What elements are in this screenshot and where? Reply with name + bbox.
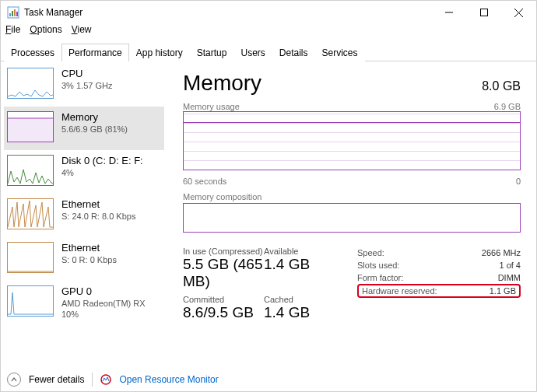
speed-value: 2666 MHz xyxy=(482,248,521,257)
footer: Fewer details Open Resource Monitor xyxy=(1,368,536,391)
svg-rect-9 xyxy=(8,118,53,142)
svg-rect-2 xyxy=(12,11,13,16)
tab-bar: Processes Performance App history Startu… xyxy=(1,43,536,61)
minimize-button[interactable] xyxy=(431,1,466,24)
menu-file[interactable]: File xyxy=(5,24,20,40)
memory-usage-chart xyxy=(183,111,521,170)
content-area: CPU 3% 1.57 GHz Memory 5.6/6.9 GB (81%) … xyxy=(1,61,536,368)
main-header: Memory 8.0 GB xyxy=(183,71,521,96)
tab-users[interactable]: Users xyxy=(233,44,272,61)
sidebar-info: CPU 3% 1.57 GHz xyxy=(61,68,112,90)
sidebar-info: Ethernet S: 0 R: 0 Kbps xyxy=(61,242,117,264)
speed-label: Speed: xyxy=(357,248,482,257)
form-factor-value: DIMM xyxy=(498,273,521,282)
composition-label: Memory composition xyxy=(183,192,261,201)
cpu-sparkline xyxy=(7,68,54,99)
svg-rect-1 xyxy=(9,13,11,16)
available-value: 1.4 GB xyxy=(264,256,345,273)
menu-options[interactable]: Options xyxy=(30,24,61,40)
sidebar-sub: 3% 1.57 GHz xyxy=(61,81,112,90)
sidebar-title: Ethernet xyxy=(61,242,117,254)
stats-right: Speed: 2666 MHz Slots used: 1 of 4 Form … xyxy=(357,247,521,326)
sidebar-info: Memory 5.6/6.9 GB (81%) xyxy=(61,111,128,134)
sidebar-item-cpu[interactable]: CPU 3% 1.57 GHz xyxy=(4,63,164,107)
fewer-details-link[interactable]: Fewer details xyxy=(29,374,84,385)
svg-rect-6 xyxy=(480,9,487,16)
sidebar-title: Disk 0 (C: D: E: F: xyxy=(61,155,143,166)
cached-value: 1.4 GB xyxy=(264,304,345,321)
sidebar-item-memory[interactable]: Memory 5.6/6.9 GB (81%) xyxy=(4,107,164,150)
open-resource-monitor-link[interactable]: Open Resource Monitor xyxy=(119,374,218,385)
available-label: Available xyxy=(264,247,345,256)
hardware-reserved-highlight: Hardware reserved: 1.1 GB xyxy=(357,284,521,298)
stats-left: In use (Compressed) 5.5 GB (465 MB) Avai… xyxy=(183,247,345,326)
form-factor-label: Form factor: xyxy=(357,273,498,282)
sidebar-sub: 4% xyxy=(61,168,143,177)
ethernet-sparkline xyxy=(7,242,54,273)
sidebar-info: Ethernet S: 24.0 R: 8.0 Kbps xyxy=(61,198,135,221)
in-use-label: In use (Compressed) xyxy=(183,247,264,256)
sidebar-title: Memory xyxy=(61,111,128,123)
time-left: 60 seconds xyxy=(183,177,226,186)
total-memory: 8.0 GB xyxy=(482,79,521,93)
time-axis: 60 seconds 0 xyxy=(183,177,521,186)
sidebar-sub: 5.6/6.9 GB (81%) xyxy=(61,124,128,134)
usage-max: 6.9 GB xyxy=(494,102,521,111)
usage-label: Memory usage xyxy=(183,102,240,111)
hw-reserved-label: Hardware reserved: xyxy=(362,286,490,296)
window-controls xyxy=(431,1,536,24)
sidebar-title: Ethernet xyxy=(61,198,135,210)
tab-startup[interactable]: Startup xyxy=(190,44,234,61)
sidebar-item-gpu0[interactable]: GPU 0 AMD Radeon(TM) RX 10% xyxy=(4,281,164,324)
window-title: Task Manager xyxy=(24,7,431,18)
app-icon xyxy=(7,6,19,19)
tab-performance[interactable]: Performance xyxy=(61,44,129,61)
disk-sparkline xyxy=(7,155,54,186)
composition-label-row: Memory composition xyxy=(183,192,521,201)
committed-value: 8.6/9.5 GB xyxy=(183,304,264,321)
sidebar-sub: AMD Radeon(TM) RX xyxy=(61,299,146,308)
sidebar-info: GPU 0 AMD Radeon(TM) RX 10% xyxy=(61,285,146,319)
committed-label: Committed xyxy=(183,295,264,304)
main-panel: Memory 8.0 GB Memory usage 6.9 GB 60 sec… xyxy=(164,61,536,368)
titlebar: Task Manager xyxy=(1,1,536,24)
memory-composition-chart xyxy=(183,203,521,233)
gpu-sparkline xyxy=(7,285,54,317)
page-title: Memory xyxy=(183,71,261,96)
close-button[interactable] xyxy=(501,1,536,24)
time-right: 0 xyxy=(516,177,521,186)
sidebar-title: CPU xyxy=(61,68,112,79)
sidebar-info: Disk 0 (C: D: E: F: 4% xyxy=(61,155,143,177)
tab-app-history[interactable]: App history xyxy=(129,44,190,61)
sidebar-title: GPU 0 xyxy=(61,285,146,297)
sidebar-item-ethernet-0[interactable]: Ethernet S: 24.0 R: 8.0 Kbps xyxy=(4,194,164,237)
sidebar-sub2: 10% xyxy=(61,310,146,319)
sidebar-item-disk0[interactable]: Disk 0 (C: D: E: F: 4% xyxy=(4,150,164,194)
chevron-up-icon[interactable] xyxy=(7,373,21,387)
maximize-button[interactable] xyxy=(466,1,501,24)
sidebar: CPU 3% 1.57 GHz Memory 5.6/6.9 GB (81%) … xyxy=(1,61,164,368)
sidebar-item-ethernet-1[interactable]: Ethernet S: 0 R: 0 Kbps xyxy=(4,237,164,281)
menu-view[interactable]: View xyxy=(72,24,92,40)
memory-sparkline xyxy=(7,111,54,142)
usage-chart-label: Memory usage 6.9 GB xyxy=(183,102,521,111)
svg-rect-4 xyxy=(16,12,18,16)
tab-processes[interactable]: Processes xyxy=(4,44,61,61)
slots-value: 1 of 4 xyxy=(499,261,521,270)
svg-rect-3 xyxy=(14,9,16,16)
menubar: File Options View xyxy=(1,24,536,40)
slots-label: Slots used: xyxy=(357,261,499,270)
sidebar-sub: S: 0 R: 0 Kbps xyxy=(61,255,117,264)
resource-monitor-icon xyxy=(100,374,111,385)
hw-reserved-value: 1.1 GB xyxy=(490,286,516,296)
footer-divider xyxy=(92,373,93,387)
stats-area: In use (Compressed) 5.5 GB (465 MB) Avai… xyxy=(183,247,521,326)
ethernet-sparkline xyxy=(7,198,54,229)
tab-services[interactable]: Services xyxy=(315,44,365,61)
tab-details[interactable]: Details xyxy=(272,44,315,61)
in-use-value: 5.5 GB (465 MB) xyxy=(183,256,264,290)
sidebar-sub: S: 24.0 R: 8.0 Kbps xyxy=(61,212,135,221)
cached-label: Cached xyxy=(264,295,345,304)
